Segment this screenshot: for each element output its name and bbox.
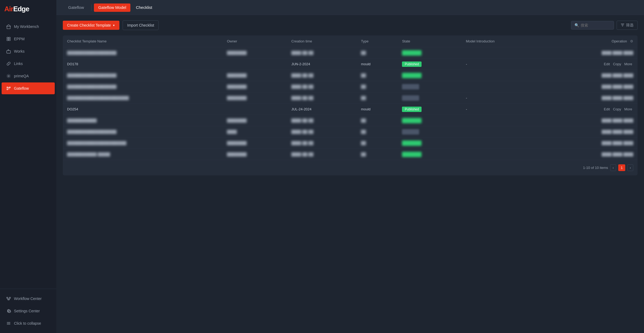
cell-ops: ████ ████ ████ <box>546 115 638 126</box>
cell-name: DO178 <box>63 59 223 70</box>
settings-icon <box>6 308 11 314</box>
cell-ops: ████ ████ ████ <box>546 137 638 149</box>
cell-state: Published <box>398 47 462 59</box>
checklist-table: Checklist Template Name Owner Creation t… <box>63 35 638 175</box>
cell-time: ████-██-██ <box>287 126 357 137</box>
more-button[interactable]: More <box>624 107 632 111</box>
cell-type: ██ <box>357 70 398 81</box>
edit-button[interactable]: Edit <box>604 62 610 66</box>
more-button[interactable]: More <box>624 62 632 66</box>
table-row: ████████████████████ ████████ ████-██-██… <box>63 47 638 59</box>
tool-icon <box>6 73 11 79</box>
edit-button[interactable]: Edit <box>604 107 610 111</box>
create-checklist-template-button[interactable]: Create Checklist Template ▼ <box>63 21 119 30</box>
copy-button[interactable]: Copy <box>613 62 621 66</box>
sidebar: AirEdge My Workbench EPPM Works Links <box>0 0 56 333</box>
cell-state: Published <box>398 149 462 160</box>
cell-ops: Edit Copy More <box>546 104 638 115</box>
cell-ops: ████ ████ ████ <box>546 149 638 160</box>
pagination: 1-10 of 10 items ‹ 1 › <box>63 160 638 175</box>
cell-ops: ████ ████ ████ <box>546 92 638 104</box>
search-box[interactable]: 🔍 <box>571 21 614 30</box>
main-content: Gateflow Gateflow Model Checklist Create… <box>56 0 644 333</box>
cell-owner <box>223 59 287 70</box>
search-icon: 🔍 <box>575 23 579 27</box>
cell-state: Published <box>398 104 462 115</box>
next-page-button[interactable]: › <box>627 164 633 171</box>
cell-owner: ████████ <box>223 115 287 126</box>
nav-divider <box>92 4 92 11</box>
table-row: ████████████████████ ████████ ████-██-██… <box>63 70 638 81</box>
col-header-type: Type <box>357 35 398 47</box>
sidebar-item-settings-center[interactable]: Settings Center <box>2 305 55 317</box>
sidebar-item-my-workbench[interactable]: My Workbench <box>2 21 55 32</box>
home-icon <box>6 24 11 29</box>
link-icon <box>6 61 11 66</box>
svg-rect-0 <box>7 26 10 29</box>
table-row: ████████████████████ ████████ ████-██-██… <box>63 81 638 92</box>
filter-button[interactable]: 筛选 <box>617 21 638 30</box>
cell-state: Published <box>398 115 462 126</box>
cell-owner: ████████ <box>223 81 287 92</box>
sidebar-item-works[interactable]: Works <box>2 45 55 57</box>
cell-model-intro: - <box>462 92 546 104</box>
column-settings-icon[interactable]: ⚙ <box>630 39 633 43</box>
svg-point-11 <box>8 310 9 312</box>
cell-model-intro <box>462 115 546 126</box>
sidebar-item-eppm[interactable]: EPPM <box>2 33 55 45</box>
svg-point-6 <box>8 75 9 77</box>
top-navigation: Gateflow Gateflow Model Checklist <box>56 0 644 15</box>
cell-time: ████-██-██ <box>287 137 357 149</box>
cell-time: ████-██-██ <box>287 81 357 92</box>
table-header: Checklist Template Name Owner Creation t… <box>63 35 638 47</box>
import-checklist-button[interactable]: Import Checklist <box>123 20 159 30</box>
copy-button[interactable]: Copy <box>613 107 621 111</box>
page-1-button[interactable]: 1 <box>618 164 625 171</box>
col-header-creation-time: Creation time <box>287 35 357 47</box>
cell-type: ██ <box>357 92 398 104</box>
topnav-checklist[interactable]: Checklist <box>130 0 158 15</box>
topnav-gateflow[interactable]: Gateflow <box>63 0 89 15</box>
table-row: DO254 JUL-24-2024 mould Published - Edit… <box>63 104 638 115</box>
cell-type: ██ <box>357 81 398 92</box>
table-row: ████████████████████████ ████████ ████-█… <box>63 137 638 149</box>
cell-name: ████████████ █████ <box>63 149 223 160</box>
prev-page-button[interactable]: ‹ <box>610 164 616 171</box>
table-row: ████████████ █████ ████████ ████-██-██ █… <box>63 149 638 160</box>
topnav-gateflow-model[interactable]: Gateflow Model <box>94 3 130 12</box>
workflow-icon <box>6 296 11 301</box>
cell-ops: ████ ████ ████ <box>546 47 638 59</box>
cell-owner: ████████ <box>223 149 287 160</box>
cell-owner: ████████ <box>223 137 287 149</box>
cell-ops: ████ ████ ████ <box>546 126 638 137</box>
cell-type: mould <box>357 104 398 115</box>
cell-name: ████████████████████ <box>63 81 223 92</box>
table-row: ████████████ ████████ ████-██-██ ██ Publ… <box>63 115 638 126</box>
sidebar-item-collapse[interactable]: Click to collapse <box>2 317 55 329</box>
cell-owner: ████████ <box>223 70 287 81</box>
search-input[interactable] <box>581 23 610 27</box>
status-badge: Published <box>402 107 422 112</box>
sidebar-label-primeqa: primeQA <box>14 74 29 78</box>
svg-rect-1 <box>7 37 8 39</box>
svg-rect-8 <box>9 297 11 298</box>
table-row: DO178 JUN-2-2024 mould Published - Edit … <box>63 59 638 70</box>
chevron-down-icon: ▼ <box>112 24 115 27</box>
table-body: ████████████████████ ████████ ████-██-██… <box>63 47 638 160</box>
collapse-icon <box>6 321 11 326</box>
cell-time: ████-██-██ <box>287 47 357 59</box>
cell-owner: ████ <box>223 126 287 137</box>
sidebar-item-links[interactable]: Links <box>2 58 55 70</box>
sidebar-label-workflow-center: Workflow Center <box>14 296 42 301</box>
svg-rect-2 <box>9 37 10 39</box>
cell-ops: ████ ████ ████ <box>546 81 638 92</box>
sidebar-item-gateflow[interactable]: Gateflow <box>2 82 55 94</box>
cell-state: Published <box>398 70 462 81</box>
sidebar-item-workflow-center[interactable]: Workflow Center <box>2 293 55 305</box>
cell-name: ████████████████████ <box>63 70 223 81</box>
svg-rect-4 <box>9 39 10 41</box>
sidebar-label-works: Works <box>14 49 24 53</box>
sidebar-item-primeqa[interactable]: primeQA <box>2 70 55 82</box>
cell-type: ██ <box>357 149 398 160</box>
flow-icon <box>6 86 11 91</box>
